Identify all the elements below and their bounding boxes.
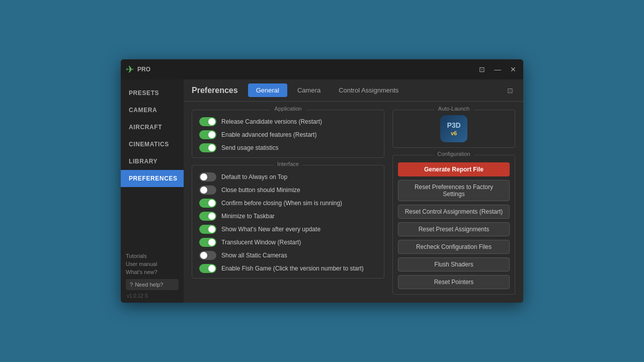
label-release-candidate: Release Candidate versions (Restart)	[221, 118, 322, 125]
sidebar-item-library[interactable]: LIBRARY	[121, 153, 184, 170]
version-label: v1.0.12 S	[126, 293, 179, 299]
toggle-row-close-minimize: Close button should Minimize	[199, 186, 377, 195]
need-help-label: Need help?	[135, 282, 163, 288]
toggle-release-candidate[interactable]	[199, 117, 216, 126]
toggle-row-fish-game: Enable Fish Game (Click the version numb…	[199, 264, 377, 273]
label-static-cameras: Show all Static Cameras	[221, 252, 287, 259]
sidebar-item-cinematics[interactable]: CINEMATICS	[121, 136, 184, 153]
application-section-label: Application	[271, 106, 306, 112]
close-button[interactable]: ✕	[508, 64, 518, 74]
reset-preferences-button[interactable]: Reset Preferences to Factory Settings	[398, 180, 510, 201]
interface-section: Interface Default to Always on Top Close…	[192, 165, 384, 279]
main-layout: PRESETS CAMERA AIRCRAFT CINEMATICS LIBRA…	[121, 79, 523, 303]
help-icon: ?	[130, 282, 133, 288]
sidebar-item-camera[interactable]: CAMERA	[121, 102, 184, 119]
toggle-row-advanced: Enable advanced features (Restart)	[199, 130, 377, 139]
toggle-row-whats-new: Show What's New after every update	[199, 225, 377, 234]
title-bar: ✈ PRO ⊡ — ✕	[121, 59, 523, 79]
sidebar: PRESETS CAMERA AIRCRAFT CINEMATICS LIBRA…	[121, 79, 184, 303]
tab-control-assignments[interactable]: Control Assignments	[331, 83, 407, 97]
toggle-row-always-on-top: Default to Always on Top	[199, 172, 377, 182]
need-help-button[interactable]: ? Need help?	[126, 279, 179, 290]
p3d-line2: v6	[451, 130, 457, 136]
preferences-body: Application Release Candidate versions (…	[184, 102, 523, 303]
toggle-advanced-features[interactable]	[199, 130, 216, 139]
application-section: Application Release Candidate versions (…	[192, 110, 384, 158]
toggle-always-on-top[interactable]	[199, 172, 216, 182]
label-confirm-close: Confirm before closing (When sim is runn…	[221, 200, 342, 207]
whats-new-link[interactable]: What's new?	[126, 268, 179, 276]
sidebar-item-aircraft[interactable]: AIRCRAFT	[121, 119, 184, 136]
reset-preset-button[interactable]: Reset Preset Assignments	[398, 222, 510, 236]
tab-camera[interactable]: Camera	[289, 83, 329, 97]
label-advanced-features: Enable advanced features (Restart)	[221, 131, 316, 138]
sidebar-item-preferences[interactable]: PREFERENCES	[121, 170, 184, 187]
interface-section-label: Interface	[273, 161, 303, 167]
filter-button[interactable]: ⊡	[477, 64, 487, 74]
toggle-row-release: Release Candidate versions (Restart)	[199, 117, 377, 126]
label-whats-new: Show What's New after every update	[221, 226, 320, 233]
flush-shaders-button[interactable]: Flush Shaders	[398, 257, 510, 272]
toggle-row-minimize-taskbar: Minimize to Taskbar	[199, 212, 377, 221]
label-always-on-top: Default to Always on Top	[221, 173, 287, 180]
logo-icon: ✈	[126, 63, 134, 75]
preferences-title: Preferences	[192, 86, 238, 95]
toggle-whats-new[interactable]	[199, 225, 216, 234]
toggle-close-minimize[interactable]	[199, 186, 216, 195]
toggle-static-cameras[interactable]	[199, 251, 216, 260]
generate-report-button[interactable]: Generate Report File	[398, 162, 510, 176]
auto-launch-section: Auto-Launch P3D v6	[392, 110, 515, 148]
right-panel: Auto-Launch P3D v6 Configuration Generat…	[384, 110, 515, 295]
toggle-row-translucent: Translucent Window (Restart)	[199, 238, 377, 247]
toggle-row-static-cameras: Show all Static Cameras	[199, 251, 377, 260]
toggle-row-usage: Send usage statistics	[199, 143, 377, 152]
pro-label: PRO	[137, 66, 150, 73]
tab-bar: Preferences General Camera Control Assig…	[184, 79, 523, 102]
content-area: Preferences General Camera Control Assig…	[184, 79, 523, 303]
tutorials-link[interactable]: Tutorials	[126, 252, 179, 260]
auto-launch-label: Auto-Launch	[434, 106, 473, 112]
left-panel: Application Release Candidate versions (…	[192, 110, 384, 295]
reset-pointers-button[interactable]: Reset Pointers	[398, 275, 510, 289]
label-close-minimize: Close button should Minimize	[221, 187, 300, 194]
toggle-send-usage[interactable]	[199, 143, 216, 152]
sidebar-bottom: Tutorials User manual What's new? ? Need…	[121, 247, 184, 303]
app-window: ✈ PRO ⊡ — ✕ PRESETS CAMERA AIRCRAFT CINE…	[121, 59, 523, 303]
p3d-icon[interactable]: P3D v6	[440, 115, 467, 142]
app-logo: ✈ PRO	[126, 63, 150, 75]
reset-control-button[interactable]: Reset Control Assignments (Restart)	[398, 205, 510, 219]
label-send-usage: Send usage statistics	[221, 144, 278, 151]
toggle-translucent[interactable]	[199, 238, 216, 247]
label-translucent: Translucent Window (Restart)	[221, 239, 301, 246]
toggle-row-confirm-close: Confirm before closing (When sim is runn…	[199, 199, 377, 208]
sidebar-item-presets[interactable]: PRESETS	[121, 84, 184, 102]
configuration-label: Configuration	[433, 151, 474, 157]
configuration-section: Configuration Generate Report File Reset…	[392, 155, 515, 295]
minimize-button[interactable]: —	[492, 64, 503, 74]
tab-general[interactable]: General	[248, 83, 287, 97]
toggle-minimize-taskbar[interactable]	[199, 212, 216, 221]
user-manual-link[interactable]: User manual	[126, 260, 179, 268]
filter-icon[interactable]: ⊡	[507, 86, 513, 95]
label-fish-game: Enable Fish Game (Click the version numb…	[221, 265, 364, 272]
toggle-fish-game[interactable]	[199, 264, 216, 273]
recheck-config-button[interactable]: Recheck Configuration Files	[398, 240, 510, 254]
toggle-confirm-close[interactable]	[199, 199, 216, 208]
p3d-line1: P3D	[447, 121, 460, 129]
label-minimize-taskbar: Minimize to Taskbar	[221, 213, 275, 220]
window-controls: ⊡ — ✕	[477, 64, 518, 74]
